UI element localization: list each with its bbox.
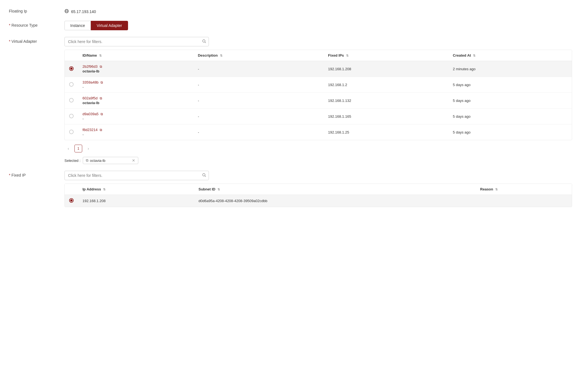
- created-at-cell: 5 days ago: [449, 124, 572, 140]
- fixed-ip-col-radio: [65, 184, 78, 195]
- page-1-button[interactable]: 1: [74, 145, 82, 152]
- sort-icon-created: ⇅: [473, 54, 475, 57]
- id-link[interactable]: 2b2f96d3: [82, 64, 97, 69]
- virtual-adapter-row: Virtual Adapter ID/Name ⇅ Description ⇅ …: [9, 37, 572, 164]
- copy-icon[interactable]: ⧉: [100, 96, 102, 100]
- description-cell: -: [193, 93, 324, 109]
- selected-label: Selected :: [64, 159, 81, 163]
- fixed-ip-filter-wrapper: [64, 171, 209, 180]
- search-icon: [202, 39, 206, 44]
- sort-icon-ip: ⇅: [103, 188, 106, 191]
- description-cell: -: [193, 77, 324, 93]
- resource-type-buttons: Instance Virtual Adapter: [64, 21, 572, 30]
- fixed-ip-row: Fixed IP Ip Address ⇅ Subnet ID ⇅ Reason…: [9, 171, 572, 207]
- svg-line-4: [205, 42, 206, 43]
- row-name: octavia-lb: [82, 69, 189, 73]
- fixed-ip-col-subnet: Subnet ID ⇅: [194, 184, 476, 195]
- fixed-ips-cell: 192.168.1.2: [324, 77, 448, 93]
- copy-icon[interactable]: ⧉: [101, 81, 103, 84]
- id-link[interactable]: d9a039a5: [82, 112, 99, 116]
- row-dash: -: [82, 85, 189, 89]
- col-fixed-ips: Fixed IPs ⇅: [324, 50, 448, 61]
- svg-point-3: [203, 40, 205, 42]
- col-description: Description ⇅: [193, 50, 324, 61]
- radio-button[interactable]: [69, 82, 74, 87]
- row-dash: -: [82, 117, 189, 121]
- instance-button[interactable]: Instance: [64, 21, 91, 30]
- fixed-ip-col-reason: Reason ⇅: [476, 184, 572, 195]
- col-radio: [65, 50, 78, 61]
- next-page-button[interactable]: ›: [84, 145, 92, 152]
- ip-address-cell: 192.168.1.208: [78, 195, 194, 207]
- radio-button[interactable]: [69, 66, 74, 71]
- fixed-ip-table: Ip Address ⇅ Subnet ID ⇅ Reason ⇅ 192.16…: [65, 184, 572, 207]
- virtual-adapter-filter-wrapper: [64, 37, 209, 46]
- selected-section: Selected : ⧉ octavia-lb ✕: [64, 157, 572, 164]
- table-row[interactable]: 3359a48b ⧉ - - 192.168.1.2 5 days ago: [65, 77, 572, 93]
- radio-button[interactable]: [69, 98, 74, 102]
- virtual-adapter-button[interactable]: Virtual Adapter: [91, 21, 128, 30]
- description-cell: -: [193, 61, 324, 77]
- prev-page-button[interactable]: ‹: [64, 145, 72, 152]
- row-name: octavia-lb: [82, 101, 189, 105]
- resource-type-label: Resource Type: [9, 21, 64, 27]
- floating-ip-address: 65.17.193.140: [71, 9, 96, 14]
- table-row[interactable]: 602a9f5d ⧉ octavia-lb - 192.168.1.132 5 …: [65, 93, 572, 109]
- radio-button[interactable]: [69, 114, 74, 118]
- virtual-adapter-table: ID/Name ⇅ Description ⇅ Fixed IPs ⇅ Crea…: [65, 50, 572, 140]
- fixed-ips-cell: 192.168.1.132: [324, 93, 448, 109]
- globe-icon: [64, 9, 69, 14]
- radio-button[interactable]: [69, 130, 74, 134]
- col-id-name: ID/Name ⇅: [78, 50, 193, 61]
- fixed-ip-label: Fixed IP: [9, 171, 64, 177]
- floating-ip-value: 65.17.193.140: [64, 7, 572, 14]
- selected-tag: ⧉ octavia-lb ✕: [83, 157, 138, 164]
- copy-icon[interactable]: ⧉: [100, 65, 102, 69]
- copy-icon[interactable]: ⧉: [101, 112, 103, 116]
- tag-close-button[interactable]: ✕: [132, 158, 135, 163]
- resource-type-row: Resource Type Instance Virtual Adapter: [9, 21, 572, 30]
- sort-icon-reason: ⇅: [495, 188, 498, 191]
- subnet-id-cell: d0d6a95a-4208-4208-4208-39509a02cdbb: [194, 195, 476, 207]
- fixed-ip-col-ip: Ip Address ⇅: [78, 184, 194, 195]
- row-dash: -: [82, 132, 189, 137]
- sort-icon-id: ⇅: [99, 54, 102, 57]
- sort-icon-desc: ⇅: [220, 54, 222, 57]
- created-at-cell: 5 days ago: [449, 93, 572, 109]
- table-row[interactable]: 2b2f96d3 ⧉ octavia-lb - 192.168.1.208 2 …: [65, 61, 572, 77]
- id-link[interactable]: f8d23214: [82, 128, 97, 132]
- reason-cell: [476, 195, 572, 207]
- id-link[interactable]: 602a9f5d: [82, 96, 97, 100]
- sort-icon-ips: ⇅: [346, 54, 349, 57]
- virtual-adapter-label: Virtual Adapter: [9, 37, 64, 44]
- fixed-ip-filter-input[interactable]: [64, 171, 209, 180]
- col-created-at: Created At ⇅: [449, 50, 572, 61]
- sort-icon-subnet: ⇅: [217, 188, 220, 191]
- description-cell: -: [193, 124, 324, 140]
- floating-ip-row: Floating Ip 65.17.193.140: [9, 7, 572, 14]
- virtual-adapter-filter-input[interactable]: [64, 37, 209, 46]
- created-at-cell: 5 days ago: [449, 77, 572, 93]
- fixed-ip-search-icon: [202, 173, 206, 178]
- copy-icon[interactable]: ⧉: [100, 128, 102, 132]
- table-row[interactable]: d9a039a5 ⧉ - - 192.168.1.165 5 days ago: [65, 109, 572, 124]
- description-cell: -: [193, 109, 324, 124]
- svg-line-6: [205, 176, 206, 177]
- fixed-ip-radio-button[interactable]: [69, 198, 74, 203]
- floating-ip-label: Floating Ip: [9, 7, 64, 13]
- svg-point-5: [203, 174, 205, 176]
- created-at-cell: 2 minutes ago: [449, 61, 572, 77]
- pagination: ‹ 1 ›: [64, 145, 572, 152]
- fixed-ip-table-container: Ip Address ⇅ Subnet ID ⇅ Reason ⇅ 192.16…: [64, 184, 572, 207]
- fixed-ips-cell: 192.168.1.208: [324, 61, 448, 77]
- id-link[interactable]: 3359a48b: [82, 80, 99, 84]
- fixed-ips-cell: 192.168.1.25: [324, 124, 448, 140]
- selected-value: octavia-lb: [90, 159, 106, 163]
- created-at-cell: 5 days ago: [449, 109, 572, 124]
- table-row[interactable]: f8d23214 ⧉ - - 192.168.1.25 5 days ago: [65, 124, 572, 140]
- tag-copy-icon: ⧉: [86, 158, 88, 163]
- table-row[interactable]: 192.168.1.208 d0d6a95a-4208-4208-4208-39…: [65, 195, 572, 207]
- virtual-adapter-table-container: ID/Name ⇅ Description ⇅ Fixed IPs ⇅ Crea…: [64, 50, 572, 140]
- fixed-ips-cell: 192.168.1.165: [324, 109, 448, 124]
